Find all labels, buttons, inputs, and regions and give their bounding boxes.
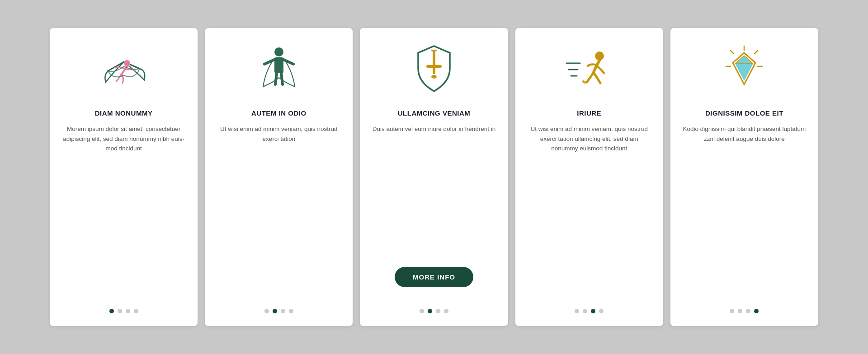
card-runner: IRIUREUt wisi enim ad minim veniam, quis… (515, 28, 663, 326)
cards-container: DIAM NONUMMYMorem ipsum dolor sit amet, … (50, 28, 818, 326)
card-title: IRIURE (577, 109, 601, 117)
svg-line-14 (731, 51, 734, 54)
dot-1[interactable] (428, 309, 432, 313)
pagination-dots (575, 309, 604, 315)
card-title: AUTEM IN ODIO (251, 109, 307, 117)
svg-rect-3 (431, 50, 437, 51)
card-title: DIGNISSIM DOLOE EIT (705, 109, 783, 117)
dot-1[interactable] (118, 309, 122, 313)
dot-2[interactable] (126, 309, 130, 313)
flying-icon (97, 42, 151, 96)
pagination-dots (109, 309, 138, 315)
card-body: Duis autem vel eum iriure dolor in hendr… (373, 124, 495, 258)
dot-1[interactable] (583, 309, 587, 313)
svg-point-6 (431, 75, 437, 79)
card-title: DIAM NONUMMY (95, 109, 153, 117)
dot-1[interactable] (738, 309, 742, 313)
dot-0[interactable] (575, 309, 579, 313)
shield-icon (407, 42, 461, 96)
dot-3[interactable] (134, 309, 138, 313)
dot-0[interactable] (730, 309, 734, 313)
card-diamond: DIGNISSIM DOLOE EITKodio dignissim qui b… (670, 28, 818, 326)
dot-3[interactable] (289, 309, 293, 313)
cape-icon (252, 42, 306, 96)
dot-0[interactable] (109, 309, 114, 313)
card-cape: AUTEM IN ODIOUt wisi enim ad minim venia… (205, 28, 353, 326)
card-body: Morem ipsum dolor sit amet, consectetuer… (61, 124, 187, 300)
card-shield: ULLAMCING VENIAMDuis autem vel eum iriur… (360, 28, 508, 326)
dot-2[interactable] (746, 309, 750, 313)
dot-2[interactable] (591, 309, 595, 313)
dot-3[interactable] (599, 309, 604, 313)
card-body: Ut wisi enim ad minim veniam, quis nostr… (526, 124, 652, 300)
card-flying: DIAM NONUMMYMorem ipsum dolor sit amet, … (50, 28, 198, 326)
pagination-dots (264, 309, 293, 315)
runner-icon (562, 42, 616, 96)
dot-0[interactable] (264, 309, 269, 313)
dot-3[interactable] (754, 309, 759, 313)
svg-rect-5 (426, 65, 442, 68)
card-body: Kodio dignissim qui blandit praesent lup… (681, 124, 807, 300)
diamond-icon (717, 42, 771, 96)
dot-3[interactable] (444, 309, 448, 313)
more-info-button[interactable]: MORE INFO (395, 267, 473, 287)
card-title: ULLAMCING VENIAM (398, 109, 471, 117)
dot-2[interactable] (436, 309, 440, 313)
svg-rect-2 (274, 57, 283, 73)
pagination-dots (730, 309, 759, 315)
dot-2[interactable] (281, 309, 285, 313)
svg-rect-4 (433, 51, 435, 74)
card-body: Ut wisi enim ad minim veniam, quis nostr… (216, 124, 342, 300)
svg-point-1 (274, 47, 283, 56)
svg-line-12 (755, 51, 758, 54)
pagination-dots (420, 309, 448, 315)
dot-0[interactable] (420, 309, 424, 313)
svg-point-0 (124, 60, 130, 66)
dot-1[interactable] (273, 309, 277, 313)
